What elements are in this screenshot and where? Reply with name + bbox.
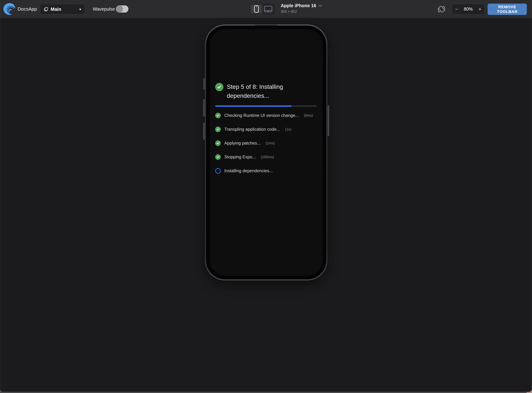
toolbar: DocsApp Main ▼ Wavepulse bbox=[0, 0, 532, 18]
task-done-icon bbox=[215, 140, 221, 146]
task-done-icon bbox=[215, 154, 221, 160]
toggle-knob bbox=[116, 5, 123, 13]
checkmark-icon bbox=[217, 114, 219, 117]
phone-frame: Step 5 of 8: Installing dependencies... … bbox=[205, 25, 327, 280]
wavepulse-label: Wavepulse bbox=[93, 0, 115, 18]
task-row: Stopping Expo... (165ms) bbox=[215, 154, 317, 160]
task-inprogress-icon bbox=[215, 168, 221, 174]
task-row: Checking Runtime UI version change... (0… bbox=[215, 113, 317, 118]
progress-bar bbox=[215, 105, 317, 107]
device-dimensions: 393 × 852 bbox=[281, 10, 322, 14]
zoom-in-button[interactable]: + bbox=[478, 6, 482, 12]
phone-screen: Step 5 of 8: Installing dependencies... … bbox=[210, 29, 323, 276]
task-label: Applying patches... bbox=[224, 141, 261, 146]
task-row: Transpling application code... (1s) bbox=[215, 127, 317, 132]
task-label: Stopping Expo... bbox=[224, 155, 256, 159]
step-title: Step 5 of 8: Installing dependencies... bbox=[227, 82, 311, 100]
task-label: Checking Runtime UI version change... bbox=[224, 113, 299, 118]
task-label: Transpling application code... bbox=[224, 127, 280, 132]
zoom-control: − 80% + bbox=[452, 4, 484, 14]
remove-toolbar-button[interactable]: REMOVE TOOLBAR bbox=[488, 4, 527, 15]
checkmark-icon bbox=[217, 156, 219, 158]
wavepulse-toggle[interactable] bbox=[116, 5, 128, 13]
caret-down-icon: ▼ bbox=[78, 8, 82, 11]
checkmark-icon bbox=[217, 142, 219, 144]
phone-top-slit bbox=[255, 25, 277, 26]
progress-bar-fill bbox=[215, 105, 292, 107]
tablet-icon bbox=[264, 6, 272, 12]
device-selector[interactable]: Apple iPhone 16 bbox=[281, 3, 322, 8]
phone-bezel: Step 5 of 8: Installing dependencies... … bbox=[206, 25, 326, 279]
checkmark-icon bbox=[217, 85, 221, 89]
task-done-icon bbox=[215, 127, 221, 132]
task-list: Checking Runtime UI version change... (0… bbox=[215, 113, 317, 174]
segment-tablet[interactable] bbox=[262, 4, 274, 14]
task-done-icon bbox=[215, 113, 221, 118]
rotate-device-icon[interactable] bbox=[437, 4, 446, 14]
step-header: Step 5 of 8: Installing dependencies... bbox=[215, 82, 317, 100]
task-duration: (1s) bbox=[285, 127, 291, 131]
pages-icon bbox=[43, 7, 48, 12]
zoom-level: 80% bbox=[464, 6, 473, 12]
segment-phone[interactable] bbox=[250, 4, 262, 14]
chevron-down-icon bbox=[318, 5, 322, 7]
device-info: Apple iPhone 16 393 × 852 bbox=[281, 3, 322, 14]
app-window: DocsApp Main ▼ Wavepulse bbox=[0, 0, 532, 392]
app-title: DocsApp bbox=[18, 0, 37, 18]
task-label: Installing dependencies... bbox=[224, 168, 273, 173]
task-duration: (0ms) bbox=[304, 113, 313, 118]
branch-selector[interactable]: Main ▼ bbox=[40, 4, 85, 14]
phone-icon bbox=[254, 5, 259, 13]
check-circle-icon bbox=[215, 83, 223, 91]
device-type-segmented-control bbox=[250, 4, 275, 14]
device-name: Apple iPhone 16 bbox=[281, 3, 316, 8]
task-row: Applying patches... (1ms) bbox=[215, 140, 317, 146]
wave-logo-icon bbox=[3, 3, 16, 15]
setup-progress-panel: Step 5 of 8: Installing dependencies... … bbox=[215, 82, 317, 182]
task-duration: (165ms) bbox=[261, 155, 274, 159]
checkmark-icon bbox=[217, 128, 219, 130]
task-row: Installing dependencies... bbox=[215, 168, 317, 174]
zoom-out-button[interactable]: − bbox=[455, 6, 458, 12]
branch-selected-label: Main bbox=[51, 6, 61, 12]
task-duration: (1ms) bbox=[266, 141, 275, 145]
